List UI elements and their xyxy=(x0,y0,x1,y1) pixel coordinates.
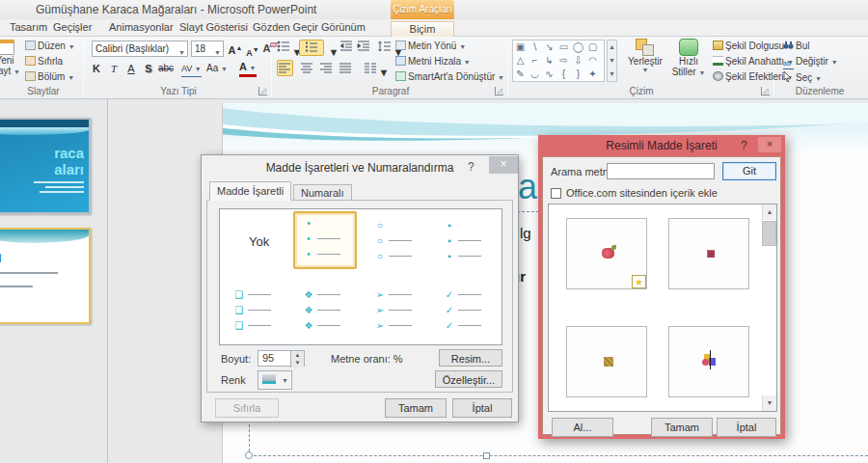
selection-mid-handle[interactable] xyxy=(483,452,490,459)
scrollbar-thumb[interactable] xyxy=(762,221,776,246)
tab-bicim[interactable]: Biçim xyxy=(391,21,454,37)
numbering-button[interactable] xyxy=(299,40,324,56)
shape-brace-right[interactable]: } xyxy=(571,68,585,81)
ok-button[interactable]: Tamam xyxy=(651,418,713,437)
text-direction-button[interactable]: Metin Yönü ▼ xyxy=(395,41,466,55)
scroll-up-button[interactable]: ▲ xyxy=(762,204,776,220)
bullet-option-circle[interactable]: ○ ○ ○ xyxy=(365,213,428,271)
picture-bullet-list[interactable]: ★ ▲ ▼ xyxy=(548,204,777,412)
dialog-title[interactable]: Resimli Madde İşareti xyxy=(538,135,785,156)
shape-rectangle[interactable]: ▭ xyxy=(556,41,571,54)
shape-line[interactable]: ∖ xyxy=(528,41,542,54)
shape-brace-left[interactable]: { xyxy=(556,68,571,81)
layout-button[interactable]: Düzen ▼ xyxy=(25,41,75,55)
shape-freeform[interactable]: ∿ xyxy=(542,68,556,81)
bold-button[interactable]: K xyxy=(89,61,104,77)
tab-animasyonlar[interactable]: Animasyonlar xyxy=(109,21,174,33)
paragraph-dialog-launcher[interactable]: ◿ xyxy=(495,87,503,95)
font-color-button[interactable]: A ▼ xyxy=(239,61,257,77)
cancel-button[interactable]: İptal xyxy=(452,398,512,418)
change-case-button[interactable]: Aa ▼ xyxy=(206,61,228,77)
close-icon[interactable]: × xyxy=(489,156,518,174)
text-shadow-button[interactable]: S xyxy=(141,61,156,77)
font-size-combo[interactable]: 18▼ xyxy=(191,41,224,57)
font-dialog-launcher[interactable]: ◿ xyxy=(258,87,267,95)
select-button[interactable]: Seç ▼ xyxy=(783,71,822,86)
scroll-down-button[interactable]: ▼ xyxy=(762,395,776,411)
tab-tasarim[interactable]: Tasarım xyxy=(10,21,47,33)
tab-gorunum[interactable]: Görünüm xyxy=(321,21,366,33)
italic-button[interactable]: T xyxy=(106,61,122,77)
shape-scribble[interactable]: ✎ xyxy=(513,68,528,81)
align-left-button[interactable] xyxy=(277,60,293,76)
shape-gallery[interactable]: ▣ ∖ ↘ ▭ ◯ ▢ △ ⌐ ↳ ⇨ ⇩ ◠ ✎ ◡ ∿ { } ✦ xyxy=(512,40,605,82)
bullet-option-arrow[interactable]: ➢ ➢ ➢ xyxy=(365,283,428,340)
shape-curve[interactable]: ◡ xyxy=(528,68,542,81)
shape-arrow[interactable]: ↘ xyxy=(542,41,556,54)
arrange-button[interactable]: Yerleştir ▼ xyxy=(625,39,665,73)
tab-slayt-gosterisi[interactable]: Slayt Gösterisi xyxy=(179,21,248,33)
shape-textbox[interactable]: ▣ xyxy=(513,41,528,54)
slide-thumbnail-1[interactable]: raca aları xyxy=(0,118,91,214)
scroll-up-icon[interactable]: ▲ xyxy=(608,41,616,54)
underline-button[interactable]: A xyxy=(123,61,139,77)
shape-outline-button[interactable]: Şekil Anahattı ▼ xyxy=(713,56,794,70)
shape-fill-button[interactable]: Şekil Dolgusu ▼ xyxy=(713,41,794,55)
go-button[interactable]: Git xyxy=(722,162,776,180)
shape-oval[interactable]: ◯ xyxy=(571,41,585,54)
cancel-button[interactable]: İptal xyxy=(717,418,776,437)
justify-button[interactable] xyxy=(338,60,354,76)
drawing-dialog-launcher[interactable]: ◿ xyxy=(761,87,770,95)
size-spinner[interactable]: 95 ▲▼ xyxy=(258,350,305,367)
shape-gallery-scrollbar[interactable]: ▲▼▼ xyxy=(607,40,617,82)
picture-bullet-multicolor[interactable] xyxy=(668,326,749,397)
shape-block-arrow[interactable]: ⇨ xyxy=(556,54,571,68)
gallery-more-icon[interactable]: ▼ xyxy=(608,68,616,81)
convert-smartart-button[interactable]: SmartArt'a Dönüştür ▼ xyxy=(395,71,504,86)
picture-button[interactable]: Resim... xyxy=(439,349,502,367)
search-input[interactable] xyxy=(607,163,715,179)
picture-bullet-gold[interactable] xyxy=(566,326,647,397)
bullet-option-check[interactable]: ✓ ✓ ✓ xyxy=(434,283,498,340)
bullet-option-hollow-square[interactable]: ❑ ❑ ❑ xyxy=(224,283,287,340)
columns-dropdown[interactable]: ▼ xyxy=(376,65,392,81)
shape-star[interactable]: ✦ xyxy=(585,68,600,81)
align-center-button[interactable] xyxy=(299,60,315,76)
font-name-combo[interactable]: Calibri (Başlıklar)▼ xyxy=(92,41,188,57)
scroll-down-icon[interactable]: ▼ xyxy=(608,54,616,68)
find-button[interactable]: Bul xyxy=(783,41,809,55)
office-content-checkbox[interactable] xyxy=(551,188,561,199)
align-text-button[interactable]: Metni Hizala ▼ xyxy=(395,56,471,70)
color-dropdown[interactable]: ▼ xyxy=(258,370,292,390)
new-slide-button[interactable]: Yeni Slayt ▼ xyxy=(0,40,23,76)
customize-button[interactable]: Özelleştir... xyxy=(435,370,502,388)
selection-corner-handle[interactable] xyxy=(245,451,253,459)
increase-indent-button[interactable] xyxy=(357,40,372,56)
quick-styles-button[interactable]: Hızlı Stiller ▼ xyxy=(667,39,710,77)
slide-thumbnail-2-selected[interactable]: l xyxy=(0,228,91,324)
ok-button[interactable]: Tamam xyxy=(385,398,447,418)
tab-bulleted[interactable]: Madde İşaretli xyxy=(209,181,291,201)
import-button[interactable]: Al... xyxy=(552,418,613,437)
shape-down-arrow[interactable]: ⇩ xyxy=(571,54,585,68)
tab-gecisler[interactable]: Geçişler xyxy=(53,21,92,33)
help-icon[interactable]: ? xyxy=(741,139,747,152)
shape-elbow-arrow[interactable]: ↳ xyxy=(542,54,556,68)
reset-slide-button[interactable]: Sıfırla xyxy=(25,56,63,70)
bullet-option-diamonds[interactable]: ❖ ❖ ❖ xyxy=(293,283,357,340)
shape-effects-button[interactable]: Şekil Efektleri ▼ xyxy=(713,71,793,86)
grow-font-button[interactable]: A▲ xyxy=(228,41,243,57)
tab-numbered[interactable]: Numaralı xyxy=(293,184,352,201)
section-button[interactable]: Bölüm ▼ xyxy=(25,71,74,86)
shape-rounded-rect[interactable]: ▢ xyxy=(585,41,600,54)
align-right-button[interactable] xyxy=(318,60,335,76)
shape-elbow[interactable]: ⌐ xyxy=(528,54,542,68)
picture-bullet-rose[interactable]: ★ xyxy=(566,218,647,289)
tab-gozden-gecir[interactable]: Gözden Geçir xyxy=(253,21,318,33)
strikethrough-button[interactable]: abc xyxy=(158,61,174,77)
bullet-option-dot-selected[interactable]: • • • xyxy=(293,211,357,269)
bullet-option-square[interactable]: ▪ ▪ ▪ xyxy=(434,213,498,271)
shape-arc[interactable]: ◠ xyxy=(585,54,600,68)
character-spacing-button[interactable]: AV ▼ xyxy=(181,61,202,77)
decrease-indent-button[interactable] xyxy=(339,40,355,56)
